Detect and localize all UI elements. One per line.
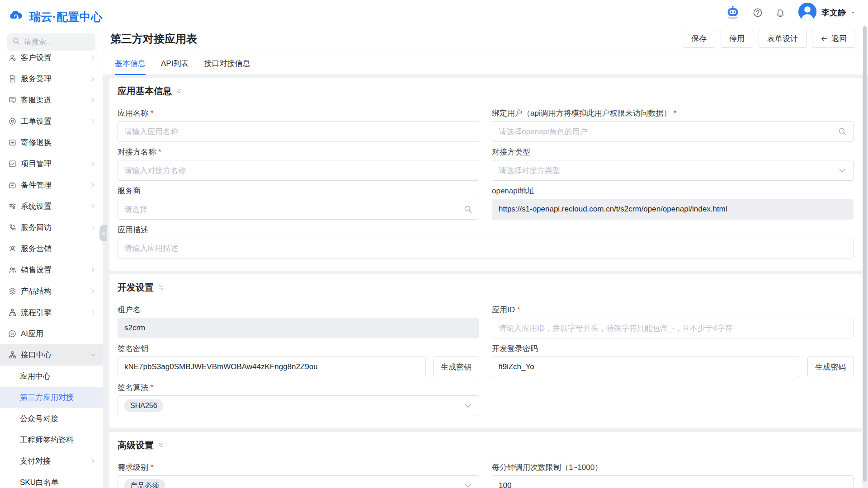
chevron-right-icon	[90, 160, 96, 167]
sidebar-item-销售设置[interactable]: 销售设置	[0, 259, 103, 281]
sidebar-subitem-第三方应用对接[interactable]: 第三方应用对接	[0, 387, 103, 408]
label-text: 应用名称	[118, 108, 148, 118]
service-marketing-icon	[8, 244, 17, 253]
field-label: 服务商	[118, 186, 479, 196]
sidebar-item-服务营销[interactable]: 服务营销	[0, 238, 103, 259]
app-logo: 瑞云·配置中心	[0, 0, 103, 26]
tab-label: 基本信息	[115, 58, 146, 69]
sidebar-collapse-handle[interactable]: «	[99, 225, 107, 241]
sidebar-item-服务回访[interactable]: 服务回访	[0, 217, 103, 238]
bind-user-input[interactable]: 请选择openapi角色的用户	[492, 121, 854, 142]
ai-app-icon: AI	[8, 329, 17, 338]
sign-key-input[interactable]: kNE7pbS3ag0SMBJWEVBmWOBAw44zKFngg8n2Z9ou	[118, 357, 426, 377]
field-value: kNE7pbS3ag0SMBJWEVBmWOBAw44zKFngg8n2Z9ou	[124, 362, 318, 371]
sidebar-item-流程引擎[interactable]: 流程引擎	[0, 302, 103, 323]
sidebar-subitem-应用中心[interactable]: 应用中心	[0, 366, 103, 387]
double-chevron-down-icon[interactable]	[175, 87, 183, 95]
field-label: 每分钟调用次数限制（1~1000）	[492, 462, 854, 473]
back-button[interactable]: 返回	[812, 30, 855, 48]
dev-password-input[interactable]: fi9iZch_Yo	[492, 357, 800, 377]
notification-bell-icon[interactable]	[775, 7, 786, 18]
tab-基本信息[interactable]: 基本信息	[115, 52, 146, 75]
vertical-scrollbar[interactable]	[863, 26, 867, 482]
field-rate-limit: 每分钟调用次数限制（1~1000）100	[492, 462, 854, 488]
field-placeholder: 请输入应用名称	[124, 127, 178, 137]
main-content: 应用基本信息应用名称*请输入应用名称绑定用户（api调用方将模拟此用户权限来访问…	[103, 75, 868, 488]
sidebar-item-客服渠道[interactable]: 客服渠道	[0, 89, 103, 111]
app-desc-input[interactable]: 请输入应用描述	[118, 238, 854, 258]
control-wrap: https://s1-openapi.recloud.com.cn/t/s2cr…	[492, 199, 854, 220]
field-openapi-url: openapi地址https://s1-openapi.recloud.com.…	[492, 186, 854, 220]
sidebar-item-接口中心[interactable]: 接口中心	[0, 344, 103, 366]
sidebar-subitem-label: SKU白名单	[20, 477, 59, 488]
sidebar-item-备件管理[interactable]: 备件管理	[0, 174, 103, 196]
service-provider-input[interactable]: 请选择	[118, 199, 479, 220]
sidebar-item-服务受理[interactable]: 服务受理	[0, 68, 103, 89]
sidebar-search-input[interactable]: 请搜索...	[7, 33, 95, 51]
chevron-right-icon	[90, 458, 96, 465]
process-engine-icon	[8, 308, 17, 317]
top-header: 李文静	[103, 0, 868, 25]
field-placeholder: 请选择对接方类型	[499, 165, 560, 176]
app-name-input[interactable]: 请输入应用名称	[118, 121, 479, 142]
sidebar-item-项目管理[interactable]: 项目管理	[0, 153, 103, 174]
sidebar-item-系统设置[interactable]: 系统设置	[0, 196, 103, 217]
sidebar-subitem-SKU白名单[interactable]: SKU白名单	[0, 472, 103, 488]
dev-password-generate-button[interactable]: 生成密码	[807, 357, 854, 377]
field-label: 对接方名称*	[118, 147, 479, 157]
sidebar-item-客户设置[interactable]: 客户设置	[0, 53, 103, 68]
app-title: 瑞云·配置中心	[29, 9, 103, 24]
disable-button[interactable]: 停用	[721, 30, 753, 48]
double-chevron-down-icon[interactable]	[157, 441, 165, 449]
sidebar-subitem-支付对接[interactable]: 支付对接	[0, 450, 103, 472]
field-label: 应用描述	[118, 225, 854, 235]
tab-API列表[interactable]: API列表	[161, 52, 189, 75]
field-value: https://s1-openapi.recloud.com.cn/t/s2cr…	[499, 205, 727, 214]
require-level-input[interactable]: 产品必须	[118, 475, 479, 488]
sidebar-subitem-公众号对接[interactable]: 公众号对接	[0, 408, 103, 429]
ai-assistant-icon[interactable]	[725, 5, 741, 20]
form-design-button[interactable]: 表单设计	[759, 30, 807, 48]
tab-label: 接口对接信息	[204, 58, 250, 69]
field-dev-password: 开发登录密码fi9iZch_Yo生成密码	[492, 343, 854, 377]
sign-key-generate-button[interactable]: 生成密钥	[433, 357, 479, 377]
form-row: 签名算法*SHA256	[118, 382, 854, 416]
field-label: 签名密钥	[118, 343, 479, 354]
user-menu[interactable]: 李文静	[797, 2, 856, 23]
label-text: 签名密钥	[118, 343, 148, 354]
sidebar-item-寄修退换[interactable]: 寄修退换	[0, 132, 103, 153]
help-icon[interactable]	[752, 7, 763, 18]
label-text: 服务商	[118, 186, 141, 196]
partner-type-input[interactable]: 请选择对接方类型	[492, 160, 854, 181]
sign-algorithm-input[interactable]: SHA256	[118, 395, 479, 416]
tab-接口对接信息[interactable]: 接口对接信息	[204, 52, 250, 75]
sidebar-item-label: 工单设置	[21, 116, 52, 127]
rate-limit-input[interactable]: 100	[492, 475, 854, 488]
field-label: 对接方类型	[492, 147, 854, 157]
sidebar-item-工单设置[interactable]: 工单设置	[0, 111, 103, 132]
chevron-right-icon	[90, 75, 96, 82]
project-management-icon	[8, 160, 17, 168]
service-accept-icon	[8, 75, 17, 83]
chevron-down-icon	[850, 9, 856, 16]
sidebar-item-产品结构[interactable]: 产品结构	[0, 281, 103, 302]
service-callback-icon	[8, 223, 17, 232]
openapi-url-input: https://s1-openapi.recloud.com.cn/t/s2cr…	[492, 199, 854, 220]
control-wrap: s2crm	[118, 318, 479, 338]
sidebar-item-AI应用[interactable]: AIAI应用	[0, 323, 103, 344]
sales-settings-icon	[8, 266, 17, 274]
section-title-text: 应用基本信息	[118, 85, 172, 97]
page-title-bar: 第三方对接应用表 保存停用表单设计返回	[103, 25, 868, 52]
search-icon[interactable]	[459, 205, 472, 214]
sidebar-item-label: 产品结构	[21, 286, 52, 296]
partner-name-input[interactable]: 请输入对接方名称	[118, 160, 479, 181]
app-id-input[interactable]: 请输入应用ID，并以字母开头，特殊字符只能包含_-，且不少于4字符	[492, 318, 854, 338]
chevron-right-icon	[90, 267, 96, 273]
double-chevron-down-icon[interactable]	[157, 284, 165, 291]
selected-tag: SHA256	[124, 399, 163, 412]
save-button[interactable]: 保存	[683, 30, 715, 48]
sidebar-subitem-工程师签约资料[interactable]: 工程师签约资料	[0, 429, 103, 450]
sidebar-subitem-label: 应用中心	[20, 371, 51, 381]
control-wrap: fi9iZch_Yo生成密码	[492, 357, 854, 377]
search-icon[interactable]	[833, 127, 847, 136]
